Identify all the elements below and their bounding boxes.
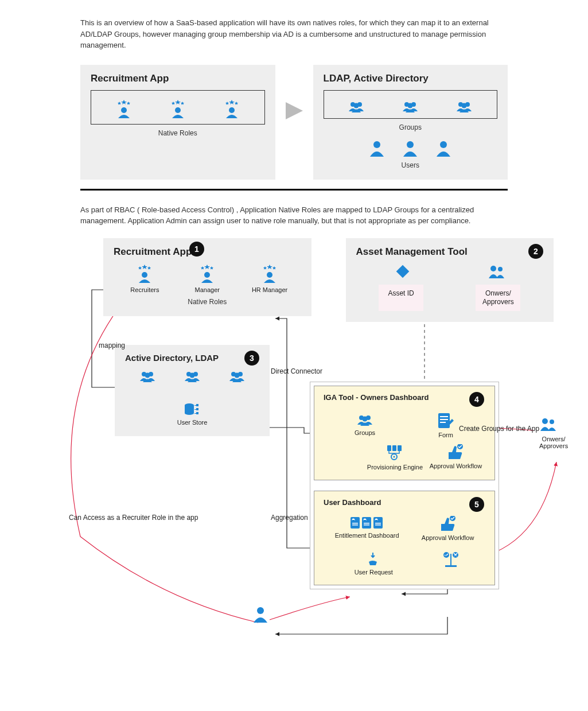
ldap-title: LDAP, Active Directory: [324, 73, 498, 84]
bottom-user: [252, 605, 272, 627]
badge-1: 1: [189, 242, 204, 257]
mapping-label: mapping: [99, 341, 125, 349]
iga-title: IGA Tool - Owners Dashboard: [324, 393, 485, 402]
doc-icon: [351, 516, 361, 530]
entitle-label: Entitlement Dashboard: [335, 532, 399, 539]
panel-ldap: LDAP, Active Directory Groups Users: [313, 65, 508, 180]
role-recruiters: Recruiters: [130, 286, 159, 293]
role-hr-manager: HR Manager: [252, 286, 287, 293]
panel-iga: 4 IGA Tool - Owners Dashboard Groups For…: [314, 386, 495, 480]
panel-recruitment: Recruitment App Native Roles: [80, 65, 275, 180]
role-icon: [135, 263, 154, 284]
thumb-icon: [447, 444, 464, 460]
recruitment-title-2: Recruitment App: [114, 246, 301, 258]
create-groups-label: Create Groups for the App: [459, 425, 539, 433]
role-icon: [169, 99, 187, 119]
panel-asset: 2 Asset Management Tool Asset ID Onwers/…: [346, 238, 554, 322]
owners-right: Onwers/ Approvers: [539, 416, 568, 449]
recruitment-title: Recruitment App: [91, 73, 265, 84]
role-icon: [115, 99, 133, 119]
iga-approval-label: Approval Workflow: [430, 463, 482, 469]
doc-icon: [373, 516, 384, 530]
arrow-grey-icon: [286, 88, 303, 157]
intro-text-2: As part of RBAC ( Role-based Access Cont…: [80, 204, 508, 227]
group-icon: [183, 368, 201, 383]
native-roles-label-2: Native Roles: [114, 298, 301, 306]
panel-recruitment-2: 1 Recruitment App Recruiters Manager HR …: [103, 238, 311, 316]
role-icon: [260, 263, 279, 284]
panel-user-dashboard: 5 User Dashboard Entitlement Dashboard A…: [314, 491, 495, 585]
diagram-section2: 1 Recruitment App Recruiters Manager HR …: [46, 238, 554, 712]
hand-req-icon: [367, 551, 380, 566]
intro-text-1: This is an overview of how a SaaS-based …: [80, 17, 508, 51]
group-icon: [356, 412, 374, 427]
iga-groups-label: Groups: [355, 429, 375, 436]
role-icon: [198, 263, 216, 284]
iga-form-label: Form: [438, 432, 453, 438]
badge-5: 5: [469, 497, 484, 512]
asset-id-box: Asset ID: [378, 284, 424, 312]
owners-box: Onwers/ Approvers: [475, 284, 521, 312]
users-label: Users: [324, 161, 498, 169]
user-icon: [402, 139, 418, 157]
group-icon: [138, 368, 157, 383]
duo-icon: [539, 416, 559, 433]
role-icon: [223, 99, 241, 119]
user-store-label: User Store: [177, 419, 208, 426]
user-icon: [252, 605, 272, 627]
group-icon: [401, 99, 419, 114]
owners-right-label: Onwers/ Approvers: [539, 436, 568, 449]
diamond-icon: [395, 263, 411, 279]
user-icon: [435, 139, 451, 157]
thumb-icon: [440, 516, 456, 532]
scale-icon: [443, 551, 460, 569]
role-manager: Manager: [195, 286, 220, 293]
group-icon: [455, 99, 473, 114]
iga-prov-label: Provisioning Engine: [367, 464, 423, 471]
ud-approval-label: Approval Workflow: [422, 534, 474, 541]
panel-ad: 3 Active Directory, LDAP User Store: [115, 345, 270, 436]
badge-4: 4: [469, 392, 484, 407]
badge-2: 2: [528, 244, 543, 259]
badge-3: 3: [244, 351, 259, 366]
db-icon: [184, 403, 201, 417]
group-icon: [228, 368, 246, 383]
aggregation-label: Aggregation: [271, 514, 308, 522]
user-dash-title: User Dashboard: [324, 498, 485, 507]
user-icon: [369, 139, 385, 157]
asset-title: Asset Management Tool: [356, 246, 544, 258]
prov-icon: [386, 444, 403, 461]
access-recruiter-label: Can Access as a Recruiter Role in the ap…: [69, 514, 198, 522]
ad-title: Active Directory, LDAP: [125, 353, 259, 363]
section-divider: [80, 189, 508, 191]
native-roles-label: Native Roles: [91, 129, 265, 137]
group-icon: [347, 99, 365, 114]
direct-connector-label: Direct Connector: [271, 367, 322, 375]
user-req-label: User Request: [355, 569, 393, 576]
form-icon: [437, 412, 454, 429]
groups-label: Groups: [324, 123, 498, 131]
duo-icon: [488, 263, 505, 279]
section1-row: Recruitment App Native Roles LDAP, Activ…: [80, 65, 508, 180]
doc-icon: [362, 516, 372, 530]
